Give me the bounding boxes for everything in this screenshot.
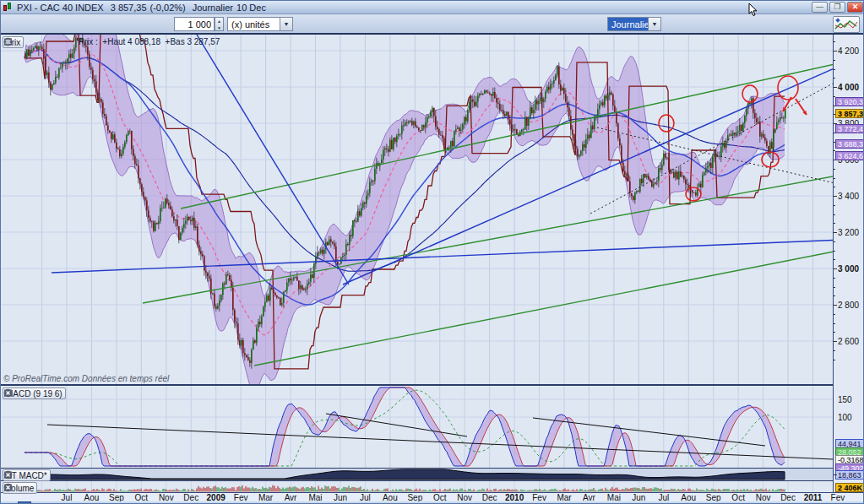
- window-titlebar: PXI - CAC 40 INDEX 3 857,35 (-0,02%) Jou…: [1, 1, 864, 14]
- axis-tick: [834, 295, 835, 296]
- axis-tick: [834, 323, 835, 324]
- axis-tick: [834, 187, 835, 187]
- axis-tick: [834, 259, 835, 260]
- quantity-input[interactable]: 1 000: [174, 17, 215, 31]
- price-axis-label: 3 000: [838, 264, 859, 274]
- volume-bars-down: [24, 485, 783, 492]
- price-axis-label: 4 000: [838, 83, 859, 92]
- mouse-cursor-icon: [747, 3, 759, 17]
- macd-axis-label: 150: [838, 395, 852, 404]
- window-last-price: 3 857,35: [111, 3, 147, 13]
- axis-tick: [834, 360, 835, 360]
- price-axis[interactable]: 4 2004 0003 8003 6003 4003 2003 0002 800…: [833, 35, 864, 492]
- volume-panel-header: Volume: [3, 482, 37, 494]
- price-panel-header: Prix: [3, 36, 24, 48]
- trailing-stop-line: [24, 35, 785, 369]
- axis-tick: [834, 350, 835, 351]
- chart-type-button[interactable]: [833, 16, 860, 33]
- price-badge: 3 624,6: [835, 151, 864, 160]
- chart-type-icon: [834, 17, 859, 32]
- axis-tick: [834, 251, 835, 252]
- price-badge: 3 857,35: [835, 109, 864, 118]
- unit-select-value: (x) unités: [231, 19, 269, 30]
- macd-panel-header: MACD (9 19 6): [3, 387, 66, 399]
- price-badge: 3 688,3: [835, 139, 864, 149]
- price-axis-label: 2 800: [838, 301, 859, 310]
- main-toolbar: 1 000 ▲▼ (x) unités ▼ Journalier ▼: [1, 14, 864, 35]
- price-plot-canvas: [1, 35, 833, 384]
- axis-tick: [834, 205, 835, 206]
- price-axis-label: 3 400: [838, 192, 859, 201]
- axis-tick: [834, 287, 835, 288]
- axis-tick: [834, 196, 837, 197]
- volume-canvas: [1, 481, 833, 492]
- volume-chart[interactable]: [1, 481, 833, 492]
- maximize-button[interactable]: ❐: [829, 2, 845, 13]
- chevron-down-icon[interactable]: ▼: [648, 18, 660, 30]
- axis-tick: [834, 78, 835, 79]
- axis-tick: [834, 60, 835, 61]
- axis-tick: [834, 87, 837, 88]
- axis-tick: [834, 268, 837, 269]
- price-axis-label: 4 200: [838, 46, 859, 56]
- et-macd-panel-header: ET MACD*: [3, 469, 51, 481]
- price-axis-label: 3 200: [838, 228, 859, 237]
- axis-tick: [834, 41, 835, 42]
- et-macd-canvas: [1, 469, 833, 480]
- volume-bars-up: [26, 485, 785, 491]
- window-timeframe: Journalier: [193, 3, 233, 13]
- axis-tick: [834, 314, 835, 315]
- window-title: PXI - CAC 40 INDEX: [17, 3, 104, 13]
- price-axis-label: 2 600: [838, 337, 859, 346]
- axis-tick: [834, 341, 837, 342]
- axis-tick: [834, 169, 835, 170]
- unit-select[interactable]: (x) unités ▼: [227, 17, 293, 31]
- candlestick-app-icon: [3, 3, 14, 12]
- axis-tick: [834, 232, 837, 233]
- window-change: (-0,02%): [150, 3, 186, 13]
- quantity-stepper[interactable]: ▲▼: [215, 17, 224, 31]
- price-chart[interactable]: [1, 35, 833, 384]
- macd-chart[interactable]: [1, 386, 833, 468]
- price-badge: 3 920,3: [835, 97, 864, 106]
- et-macd-chart[interactable]: [1, 469, 833, 480]
- axis-tick: [834, 241, 835, 242]
- macd-axis-label: 100: [838, 413, 852, 422]
- axis-tick: [834, 178, 835, 179]
- copyright-watermark: © ProRealTime.com Données en temps réel: [3, 374, 169, 383]
- candle-wicks: [25, 35, 785, 369]
- close-icon[interactable]: [3, 483, 13, 492]
- chevron-down-icon[interactable]: ▼: [280, 18, 292, 30]
- et-macd-badge: 18,863: [835, 470, 864, 480]
- macd-panel-label: MACD (9 19 6): [6, 389, 62, 398]
- window-date: 10 Dec: [236, 3, 266, 13]
- move-down-icon[interactable]: [3, 37, 13, 46]
- axis-tick: [834, 332, 835, 333]
- axis-tick: [834, 278, 835, 279]
- axis-tick: [834, 305, 837, 306]
- close-icon[interactable]: [3, 388, 13, 398]
- macd-plot-canvas: [1, 386, 833, 468]
- axis-tick: [834, 51, 837, 51]
- axis-tick: [834, 69, 835, 70]
- price-info-readout: Prix : +Haut 4 088,18 +Bas 3 287,57: [79, 37, 220, 46]
- axis-tick: [834, 214, 835, 215]
- close-icon[interactable]: [3, 470, 13, 480]
- axis-tick: [834, 223, 835, 224]
- minimize-button[interactable]: —: [812, 2, 828, 13]
- axis-tick: [834, 474, 837, 475]
- price-badge: 3 772,4: [835, 124, 864, 133]
- timeframe-select-value: Journalier: [611, 19, 652, 30]
- close-button[interactable]: ✕: [847, 2, 863, 13]
- time-axis[interactable]: JulAouSepOctNovDec2009FevMarAvrMaiJunJul…: [1, 492, 864, 501]
- volume-badge: 2 406K: [835, 483, 864, 492]
- timeframe-select[interactable]: Journalier ▼: [607, 17, 661, 31]
